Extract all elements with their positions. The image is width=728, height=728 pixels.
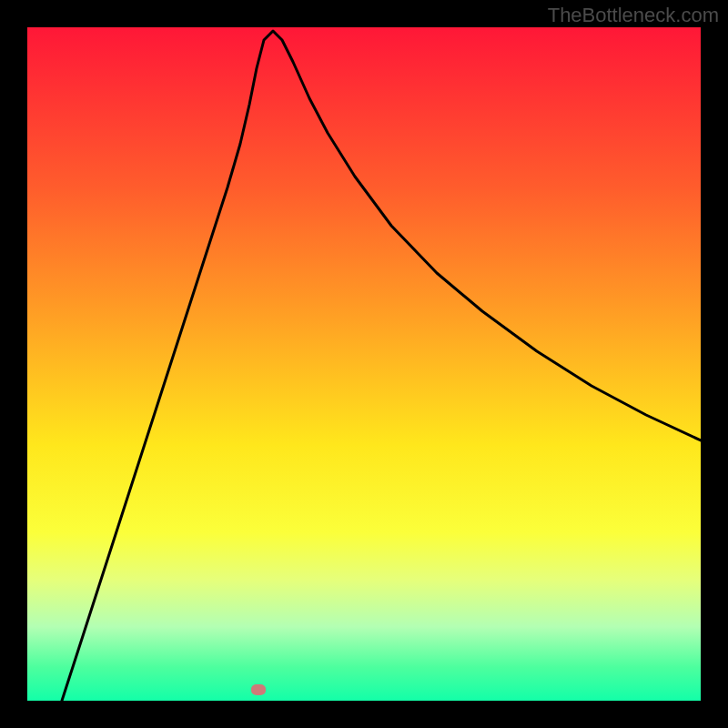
watermark-text: TheBottleneck.com xyxy=(548,4,719,27)
curve-svg xyxy=(27,27,701,701)
plot-area xyxy=(27,27,701,701)
chart-container: TheBottleneck.com xyxy=(0,0,728,728)
curve-path xyxy=(62,31,701,701)
min-marker xyxy=(251,684,266,695)
